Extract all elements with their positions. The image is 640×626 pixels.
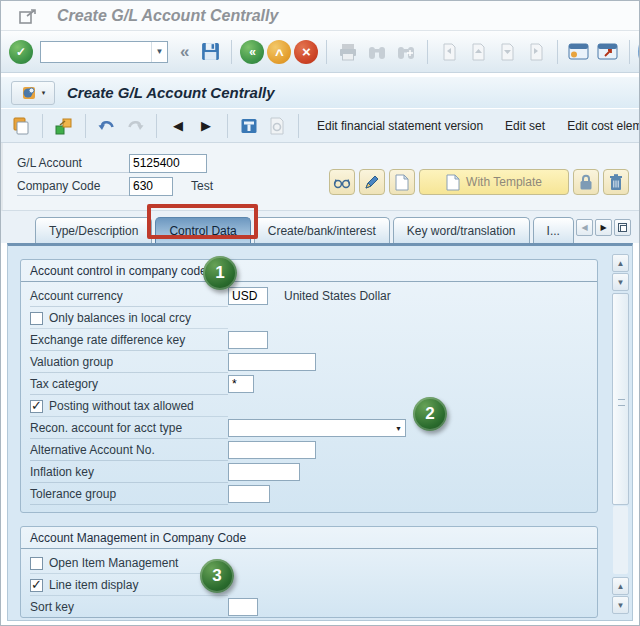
exchange-rate-key-row: Exchange rate difference key [30, 329, 588, 351]
edit-set-button[interactable]: Edit set [496, 114, 554, 138]
toolbar-separator [156, 114, 157, 138]
toolbar-separator [42, 114, 43, 138]
lock-icon [578, 173, 594, 191]
tab-type-description[interactable]: Type/Description [35, 217, 152, 243]
enter-button[interactable]: ✓ [9, 40, 33, 64]
screen-header: ▾ Create G/L Account Centrally [1, 77, 639, 109]
tabstrip: Type/Description Control Data Create/ban… [1, 211, 639, 243]
with-template-button[interactable]: With Template [419, 169, 569, 195]
tab-information[interactable]: I... [533, 217, 574, 243]
toolbar-separator [557, 40, 558, 64]
inflation-key-label: Inflation key [30, 462, 228, 483]
company-code-label: Company Code [17, 176, 129, 196]
toolbar-separator [629, 40, 630, 64]
scrollbar-grip [618, 399, 625, 406]
tab-scroll-left-icon[interactable]: ◀ [576, 219, 593, 236]
display-button[interactable] [329, 169, 355, 195]
copy-page-icon[interactable] [265, 114, 289, 138]
valuation-group-label: Valuation group [30, 352, 228, 373]
line-item-display-checkbox[interactable] [30, 579, 43, 592]
change-button[interactable] [359, 169, 385, 195]
save-icon[interactable] [197, 39, 223, 65]
posting-without-tax-checkbox[interactable] [30, 400, 43, 413]
posting-without-tax-row: Posting without tax allowed [30, 395, 588, 417]
first-page-icon[interactable] [436, 39, 462, 65]
scroll-down-button-bottom[interactable]: ▼ [612, 596, 629, 614]
alternative-account-input[interactable] [228, 441, 316, 459]
cancel-button[interactable]: × [294, 40, 318, 64]
new-session-icon[interactable] [566, 39, 592, 65]
gl-account-label: G/L Account [17, 153, 129, 173]
command-dropdown-icon[interactable]: ▼ [151, 42, 167, 62]
gl-account-input[interactable] [129, 154, 207, 173]
next-account-icon[interactable]: ▶ [194, 114, 218, 138]
vertical-scrollbar: ▲ ▼ ▲ ▼ [612, 254, 629, 614]
window-titlebar: Create G/L Account Centrally [1, 1, 639, 31]
tab-scroll-right-icon[interactable]: ▶ [595, 219, 612, 236]
sort-key-row: Sort key [30, 596, 588, 618]
other-document-icon[interactable] [9, 114, 33, 138]
trash-icon [608, 173, 624, 191]
scrollbar-track[interactable] [613, 506, 628, 574]
previous-account-icon[interactable]: ◀ [166, 114, 190, 138]
valuation-group-input[interactable] [228, 353, 316, 371]
edit-financial-statement-version-button[interactable]: Edit financial statement version [308, 114, 492, 138]
window-menu-icon[interactable] [15, 3, 41, 29]
command-input[interactable] [41, 42, 151, 62]
last-page-icon[interactable] [523, 39, 549, 65]
tolerance-group-input[interactable] [228, 485, 270, 503]
recon-account-dropdown[interactable]: ▼ [228, 419, 406, 437]
chevron-down-icon: ▾ [42, 89, 46, 97]
alternative-account-row: Alternative Account No. [30, 439, 588, 461]
scroll-down-button[interactable]: ▼ [612, 273, 629, 291]
find-icon[interactable] [364, 39, 390, 65]
archive-icon[interactable] [237, 114, 261, 138]
account-currency-input[interactable] [228, 287, 268, 305]
sap-window: { "window": { "title": "Create G/L Accou… [0, 0, 640, 626]
next-page-icon[interactable] [494, 39, 520, 65]
recon-account-row: Recon. account for acct type ▼ [30, 417, 588, 439]
account-management-section-title: Account Management in Company Code [21, 527, 597, 549]
collapse-toolbar-button[interactable]: « [175, 42, 194, 62]
block-unblock-icon[interactable] [52, 114, 76, 138]
gl-account-row: G/L Account [17, 153, 207, 173]
company-code-input[interactable] [129, 177, 173, 196]
tax-category-input[interactable] [228, 375, 254, 393]
header-button-group: With Template [329, 169, 629, 195]
open-item-management-checkbox[interactable] [30, 557, 43, 570]
sort-key-label: Sort key [30, 597, 228, 618]
scroll-up-button-bottom[interactable]: ▲ [612, 577, 629, 595]
tab-scroll-controls: ◀ ▶ [576, 219, 631, 236]
tab-overview-icon[interactable] [614, 219, 631, 236]
exit-button[interactable]: ^ [267, 40, 291, 64]
tolerance-group-row: Tolerance group [30, 483, 588, 505]
tab-create-bank-interest[interactable]: Create/bank/interest [254, 217, 390, 243]
header-fields: G/L Account Company Code Test With Templ… [1, 143, 639, 211]
previous-page-icon[interactable] [465, 39, 491, 65]
screen-menu-button[interactable]: ▾ [11, 81, 55, 105]
exchange-rate-key-input[interactable] [228, 331, 268, 349]
lock-button[interactable] [573, 169, 599, 195]
sort-key-input[interactable] [228, 598, 258, 616]
inflation-key-input[interactable] [228, 463, 300, 481]
create-button[interactable] [389, 169, 415, 195]
only-balances-label: Only balances in local crcy [49, 311, 191, 325]
edit-cost-element-button[interactable]: Edit cost element [558, 114, 640, 138]
screen-title: Create G/L Account Centrally [67, 84, 275, 101]
redo-icon[interactable] [123, 114, 147, 138]
delete-button[interactable] [603, 169, 629, 195]
standard-toolbar: ✓ ▼ « « ^ × ? [1, 31, 639, 73]
back-button[interactable]: « [240, 40, 264, 64]
tab-key-word-translation[interactable]: Key word/translation [393, 217, 530, 243]
scroll-up-button[interactable]: ▲ [612, 254, 629, 272]
account-management-groupbox: Account Management in Company Code Open … [20, 526, 598, 618]
only-balances-checkbox[interactable] [30, 312, 43, 325]
print-icon[interactable] [335, 39, 361, 65]
currency-description: United States Dollar [284, 289, 391, 303]
create-shortcut-icon[interactable] [595, 39, 621, 65]
recon-account-label: Recon. account for acct type [30, 418, 228, 439]
find-next-icon[interactable] [393, 39, 419, 65]
undo-icon[interactable] [95, 114, 119, 138]
toolbar-separator [298, 114, 299, 138]
scrollbar-thumb[interactable] [612, 293, 629, 505]
